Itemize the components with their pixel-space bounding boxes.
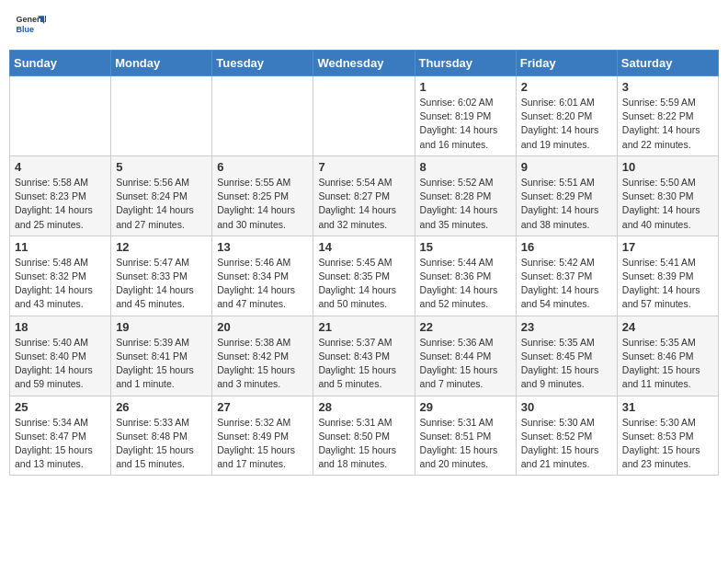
calendar-cell: 17Sunrise: 5:41 AM Sunset: 8:39 PM Dayli… (617, 236, 718, 316)
calendar-cell: 16Sunrise: 5:42 AM Sunset: 8:37 PM Dayli… (516, 236, 617, 316)
day-info: Sunrise: 5:34 AM Sunset: 8:47 PM Dayligh… (15, 416, 106, 472)
day-info: Sunrise: 5:36 AM Sunset: 8:44 PM Dayligh… (420, 336, 511, 392)
day-info: Sunrise: 5:40 AM Sunset: 8:40 PM Dayligh… (15, 336, 106, 392)
day-number: 11 (15, 240, 106, 254)
calendar-cell: 8Sunrise: 5:52 AM Sunset: 8:28 PM Daylig… (415, 155, 516, 236)
day-number: 18 (15, 320, 106, 334)
calendar-cell: 30Sunrise: 5:30 AM Sunset: 8:52 PM Dayli… (516, 396, 617, 476)
calendar-table: SundayMondayTuesdayWednesdayThursdayFrid… (9, 50, 719, 476)
day-info: Sunrise: 5:52 AM Sunset: 8:28 PM Dayligh… (420, 176, 511, 232)
day-of-week-header: Monday (111, 51, 212, 76)
day-info: Sunrise: 5:38 AM Sunset: 8:42 PM Dayligh… (217, 336, 308, 392)
day-info: Sunrise: 5:59 AM Sunset: 8:22 PM Dayligh… (622, 96, 713, 152)
day-number: 27 (217, 400, 308, 414)
calendar-week-row: 4Sunrise: 5:58 AM Sunset: 8:23 PM Daylig… (10, 155, 719, 236)
day-info: Sunrise: 5:47 AM Sunset: 8:33 PM Dayligh… (116, 256, 207, 312)
day-info: Sunrise: 5:32 AM Sunset: 8:49 PM Dayligh… (217, 416, 308, 472)
calendar-cell (313, 76, 415, 156)
calendar-cell: 9Sunrise: 5:51 AM Sunset: 8:29 PM Daylig… (516, 155, 617, 236)
day-info: Sunrise: 5:35 AM Sunset: 8:45 PM Dayligh… (521, 336, 612, 392)
day-info: Sunrise: 5:45 AM Sunset: 8:35 PM Dayligh… (318, 256, 409, 312)
day-number: 25 (15, 400, 106, 414)
day-of-week-header: Wednesday (313, 51, 415, 76)
calendar-cell: 14Sunrise: 5:45 AM Sunset: 8:35 PM Dayli… (313, 236, 415, 316)
logo: General Blue (13, 9, 50, 42)
calendar-cell: 5Sunrise: 5:56 AM Sunset: 8:24 PM Daylig… (111, 155, 212, 236)
day-number: 26 (116, 400, 207, 414)
calendar-cell: 12Sunrise: 5:47 AM Sunset: 8:33 PM Dayli… (111, 236, 212, 316)
calendar-cell: 23Sunrise: 5:35 AM Sunset: 8:45 PM Dayli… (516, 316, 617, 396)
calendar-week-row: 11Sunrise: 5:48 AM Sunset: 8:32 PM Dayli… (10, 236, 719, 316)
day-number: 30 (521, 400, 612, 414)
day-info: Sunrise: 5:31 AM Sunset: 8:51 PM Dayligh… (420, 416, 511, 472)
calendar-cell: 18Sunrise: 5:40 AM Sunset: 8:40 PM Dayli… (10, 316, 111, 396)
day-info: Sunrise: 5:46 AM Sunset: 8:34 PM Dayligh… (217, 256, 308, 312)
day-number: 4 (15, 160, 106, 174)
page-header: General Blue (9, 9, 719, 42)
day-of-week-header: Tuesday (212, 51, 313, 76)
calendar-week-row: 18Sunrise: 5:40 AM Sunset: 8:40 PM Dayli… (10, 316, 719, 396)
calendar-cell (10, 76, 111, 156)
calendar-cell: 26Sunrise: 5:33 AM Sunset: 8:48 PM Dayli… (111, 396, 212, 476)
day-number: 19 (116, 320, 207, 334)
calendar-cell: 4Sunrise: 5:58 AM Sunset: 8:23 PM Daylig… (10, 155, 111, 236)
day-info: Sunrise: 5:51 AM Sunset: 8:29 PM Dayligh… (521, 176, 612, 232)
day-info: Sunrise: 5:44 AM Sunset: 8:36 PM Dayligh… (420, 256, 511, 312)
day-number: 1 (420, 80, 511, 94)
day-of-week-header: Thursday (415, 51, 516, 76)
day-info: Sunrise: 6:02 AM Sunset: 8:19 PM Dayligh… (420, 96, 511, 152)
calendar-cell: 27Sunrise: 5:32 AM Sunset: 8:49 PM Dayli… (212, 396, 313, 476)
calendar-cell: 11Sunrise: 5:48 AM Sunset: 8:32 PM Dayli… (10, 236, 111, 316)
calendar-cell: 28Sunrise: 5:31 AM Sunset: 8:50 PM Dayli… (313, 396, 415, 476)
calendar-cell: 24Sunrise: 5:35 AM Sunset: 8:46 PM Dayli… (617, 316, 718, 396)
day-number: 15 (420, 240, 511, 254)
day-number: 7 (318, 160, 409, 174)
day-number: 23 (521, 320, 612, 334)
logo-icon: General Blue (13, 9, 46, 42)
calendar-cell: 2Sunrise: 6:01 AM Sunset: 8:20 PM Daylig… (516, 76, 617, 156)
calendar-cell (212, 76, 313, 156)
calendar-header-row: SundayMondayTuesdayWednesdayThursdayFrid… (10, 51, 719, 76)
day-number: 16 (521, 240, 612, 254)
day-info: Sunrise: 5:31 AM Sunset: 8:50 PM Dayligh… (318, 416, 409, 472)
calendar-cell: 3Sunrise: 5:59 AM Sunset: 8:22 PM Daylig… (617, 76, 718, 156)
day-info: Sunrise: 5:39 AM Sunset: 8:41 PM Dayligh… (116, 336, 207, 392)
calendar-cell: 7Sunrise: 5:54 AM Sunset: 8:27 PM Daylig… (313, 155, 415, 236)
day-info: Sunrise: 5:48 AM Sunset: 8:32 PM Dayligh… (15, 256, 106, 312)
day-number: 2 (521, 80, 612, 94)
day-number: 17 (622, 240, 713, 254)
day-info: Sunrise: 5:58 AM Sunset: 8:23 PM Dayligh… (15, 176, 106, 232)
day-number: 12 (116, 240, 207, 254)
day-number: 8 (420, 160, 511, 174)
day-number: 3 (622, 80, 713, 94)
day-number: 14 (318, 240, 409, 254)
day-info: Sunrise: 5:35 AM Sunset: 8:46 PM Dayligh… (622, 336, 713, 392)
calendar-cell (111, 76, 212, 156)
day-of-week-header: Friday (516, 51, 617, 76)
day-info: Sunrise: 6:01 AM Sunset: 8:20 PM Dayligh… (521, 96, 612, 152)
day-info: Sunrise: 5:56 AM Sunset: 8:24 PM Dayligh… (116, 176, 207, 232)
day-info: Sunrise: 5:55 AM Sunset: 8:25 PM Dayligh… (217, 176, 308, 232)
day-number: 29 (420, 400, 511, 414)
calendar-cell: 31Sunrise: 5:30 AM Sunset: 8:53 PM Dayli… (617, 396, 718, 476)
calendar-cell: 29Sunrise: 5:31 AM Sunset: 8:51 PM Dayli… (415, 396, 516, 476)
svg-text:Blue: Blue (17, 25, 35, 34)
day-info: Sunrise: 5:42 AM Sunset: 8:37 PM Dayligh… (521, 256, 612, 312)
calendar-cell: 1Sunrise: 6:02 AM Sunset: 8:19 PM Daylig… (415, 76, 516, 156)
day-number: 22 (420, 320, 511, 334)
calendar-cell: 25Sunrise: 5:34 AM Sunset: 8:47 PM Dayli… (10, 396, 111, 476)
day-info: Sunrise: 5:37 AM Sunset: 8:43 PM Dayligh… (318, 336, 409, 392)
calendar-week-row: 1Sunrise: 6:02 AM Sunset: 8:19 PM Daylig… (10, 76, 719, 156)
calendar-week-row: 25Sunrise: 5:34 AM Sunset: 8:47 PM Dayli… (10, 396, 719, 476)
day-number: 9 (521, 160, 612, 174)
calendar-cell: 20Sunrise: 5:38 AM Sunset: 8:42 PM Dayli… (212, 316, 313, 396)
day-number: 5 (116, 160, 207, 174)
calendar-cell: 6Sunrise: 5:55 AM Sunset: 8:25 PM Daylig… (212, 155, 313, 236)
calendar-cell: 10Sunrise: 5:50 AM Sunset: 8:30 PM Dayli… (617, 155, 718, 236)
calendar-cell: 15Sunrise: 5:44 AM Sunset: 8:36 PM Dayli… (415, 236, 516, 316)
day-of-week-header: Sunday (10, 51, 111, 76)
day-number: 21 (318, 320, 409, 334)
day-number: 31 (622, 400, 713, 414)
day-info: Sunrise: 5:30 AM Sunset: 8:53 PM Dayligh… (622, 416, 713, 472)
day-of-week-header: Saturday (617, 51, 718, 76)
